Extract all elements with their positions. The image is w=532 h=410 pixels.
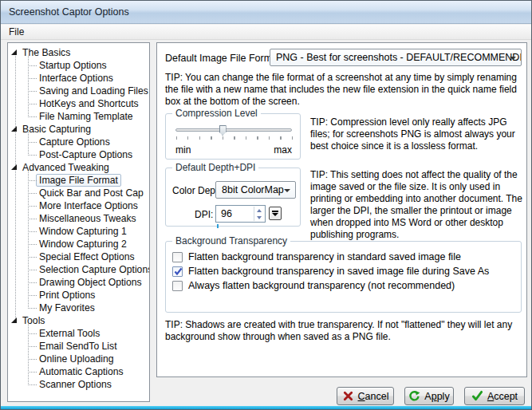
spin-up-icon[interactable] [254, 207, 264, 214]
compression-slider[interactable] [175, 128, 292, 132]
default-format-label: Default Image File Format: [165, 53, 283, 64]
tree-item[interactable]: File Naming Template [8, 110, 149, 123]
dpi-spinner[interactable]: 96 [215, 205, 266, 223]
tree-item[interactable]: HotKeys and Shortcuts [8, 97, 149, 110]
depth-dpi-group: Default Depth+DPI Color Depth: 8bit Colo… [165, 168, 301, 227]
tree-expand-icon[interactable] [11, 126, 17, 132]
tree-item[interactable]: Online Uploading [8, 353, 149, 365]
tree-item[interactable]: External Tools [8, 327, 149, 340]
checkbox-unchecked[interactable] [172, 281, 183, 291]
tree-item[interactable]: More Interface Options [8, 199, 149, 212]
spin-down-icon[interactable] [254, 214, 264, 221]
tree-item[interactable]: Email SendTo List [8, 340, 149, 353]
tree-item[interactable]: The Basics [8, 46, 149, 59]
tree-connector [28, 270, 37, 270]
title-bar[interactable]: Screenshot Captor Options [1, 1, 531, 24]
default-format-combobox[interactable]: PNG - Best for screenshots - DEFAULT/REC… [270, 49, 522, 66]
tree-item[interactable]: Tools [8, 314, 149, 327]
tree-connector [28, 295, 37, 296]
accept-button[interactable]: Accept [464, 387, 525, 405]
tree-connector [28, 244, 37, 245]
tree-connector [28, 155, 37, 156]
slider-max-label: max [274, 144, 292, 156]
tree-connector [28, 193, 37, 194]
tree-connector [28, 359, 37, 360]
checkbox-row[interactable]: Always flatten background transparency (… [172, 278, 516, 293]
tree-connector [28, 206, 37, 207]
apply-button[interactable]: Apply [404, 387, 454, 405]
tree-connector [28, 142, 37, 143]
tree-item[interactable]: Post-Capture Options [8, 148, 149, 161]
tree-item[interactable]: Quick Bar and Post Cap [8, 187, 149, 199]
background-transparency-group: Background Transparency Flatten backgrou… [165, 241, 522, 313]
cancel-x-icon [342, 390, 354, 402]
tree-connector [28, 65, 37, 66]
tree-item[interactable]: Miscellaneous Tweaks [8, 212, 149, 225]
slider-min-label: min [175, 144, 191, 156]
checkbox-row[interactable]: Flatten background transparency in saved… [172, 264, 516, 278]
menu-bar: File [1, 25, 531, 40]
compression-tip-text: TIP: Compression level only really affec… [310, 116, 527, 152]
checkbox-label: Flatten background transparency in saved… [188, 266, 489, 277]
tree-item[interactable]: Startup Options [8, 59, 149, 72]
tree-connector [28, 91, 37, 92]
tree-connector [28, 219, 37, 219]
window-title: Screenshot Captor Options [9, 6, 129, 18]
compression-slider-thumb[interactable] [219, 125, 227, 136]
tree-connector [28, 372, 37, 373]
chevron-down-icon [284, 189, 290, 192]
format-tip-text: TIP: You can change the file format of a… [165, 72, 526, 108]
color-depth-value: 8bit ColorMap [222, 184, 284, 195]
chevron-down-icon [510, 57, 516, 60]
tree-connector [28, 78, 37, 79]
tree-item[interactable]: Image File Format [8, 174, 149, 187]
transparency-group-label: Background Transparency [172, 235, 290, 246]
tree-expand-icon[interactable] [11, 317, 17, 323]
image-file-format-page: Default Image File Format: PNG - Best fo… [156, 42, 527, 377]
tree-item[interactable]: Window Capturing 1 [8, 225, 149, 238]
tree-connector [28, 333, 37, 334]
tree-item[interactable]: Scanner Options [8, 378, 149, 391]
tree-item[interactable]: Special Effect Options [8, 250, 149, 263]
tree-connector [28, 384, 37, 385]
tree-item[interactable]: Window Capturing 2 [8, 238, 149, 250]
compression-level-group: Compression Level min max [165, 113, 301, 160]
check-icon [471, 390, 483, 402]
tree-item[interactable]: Interface Options [8, 72, 149, 85]
tree-expand-icon[interactable] [11, 49, 17, 55]
tree-connector [28, 308, 37, 309]
tree-item[interactable]: Drawing Object Options [8, 276, 149, 289]
cancel-button[interactable]: Cancel [337, 387, 394, 405]
apply-button-label: Apply [424, 391, 449, 402]
tree-item[interactable]: My Favorites [8, 302, 149, 314]
tree-connector [28, 104, 37, 104]
tree-item[interactable]: Selection Capture Options [8, 263, 149, 276]
transparency-checkbox-list: Flatten background transparency in stand… [172, 250, 516, 293]
options-tree-panel: The BasicsStartup OptionsInterface Optio… [7, 42, 150, 402]
spinner-arrows[interactable] [254, 207, 264, 221]
checkbox-checked[interactable] [172, 266, 183, 277]
checkbox-unchecked[interactable] [172, 252, 183, 262]
tree-item[interactable]: Automatic Captions [8, 365, 149, 378]
checkbox-label: Flatten background transparency in stand… [188, 251, 461, 262]
refresh-icon [408, 390, 420, 402]
tree-item[interactable]: Advanced Tweaking [8, 161, 149, 174]
tree-item[interactable]: Basic Capturing [8, 123, 149, 136]
dpi-focus-tick [217, 224, 219, 228]
tree-connector [28, 282, 37, 283]
tree-item[interactable]: Capture Options [8, 136, 149, 148]
cancel-button-label: Cancel [358, 391, 389, 402]
window-bottom-accent [1, 406, 531, 409]
tree-item[interactable]: Print Options [8, 289, 149, 302]
options-tree: The BasicsStartup OptionsInterface Optio… [8, 43, 149, 391]
tree-connector [28, 257, 37, 258]
dpi-value: 96 [221, 208, 232, 219]
color-depth-combobox[interactable]: 8bit ColorMap [215, 181, 296, 199]
checkbox-row[interactable]: Flatten background transparency in stand… [172, 250, 516, 264]
menu-file[interactable]: File [1, 25, 30, 40]
default-format-value: PNG - Best for screenshots - DEFAULT/REC… [276, 52, 522, 63]
chevron-down-icon [272, 213, 278, 216]
dpi-dropdown-button[interactable] [269, 207, 282, 220]
tree-item[interactable]: Saving and Loading Files [8, 85, 149, 97]
tree-expand-icon[interactable] [11, 164, 17, 170]
